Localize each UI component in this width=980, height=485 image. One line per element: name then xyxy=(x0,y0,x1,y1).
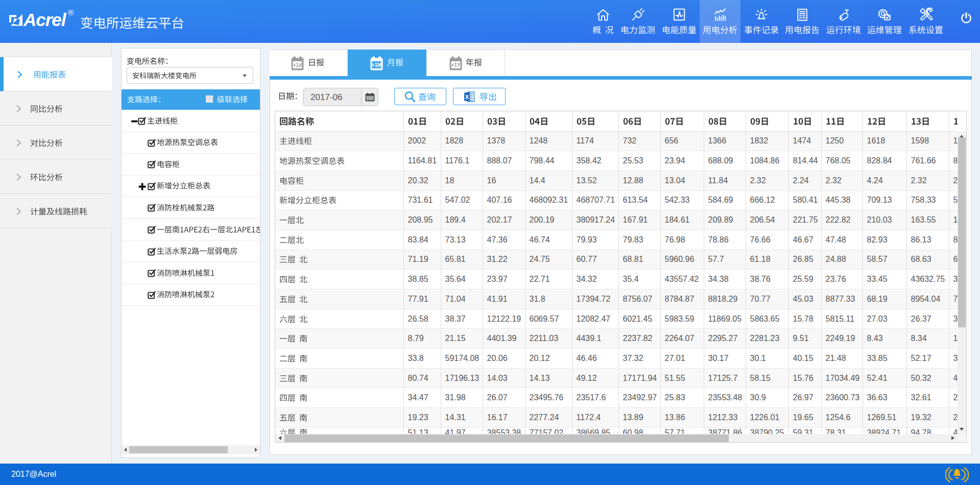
svg-text:+1d: +1d xyxy=(293,62,302,68)
svg-text:+1M: +1M xyxy=(372,62,382,68)
svg-text:+1Y: +1Y xyxy=(451,62,460,68)
svg-text:X: X xyxy=(465,94,469,100)
